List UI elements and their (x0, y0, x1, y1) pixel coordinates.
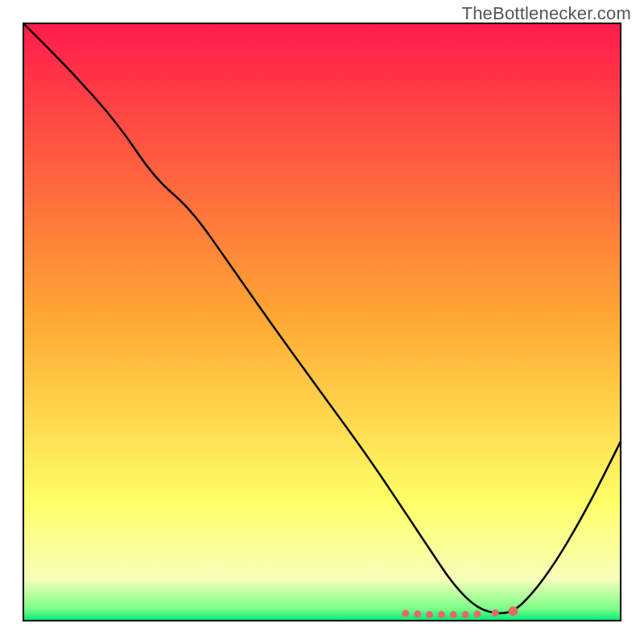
page-root: TheBottlenecker.com (0, 0, 644, 644)
chart-marker-dot (508, 606, 518, 616)
chart-marker-dot (414, 610, 421, 617)
chart-marker-dot (426, 611, 433, 618)
chart-marker-dot (402, 610, 409, 617)
chart-svg (23, 23, 621, 621)
chart-marker-dot (462, 611, 469, 618)
chart-marker-dot (438, 611, 445, 618)
chart-area (23, 23, 621, 621)
watermark-text: TheBottlenecker.com (462, 3, 631, 24)
chart-marker-dot (450, 611, 457, 618)
chart-background (23, 23, 621, 621)
chart-marker-dot (492, 609, 499, 617)
chart-marker-dot (473, 610, 481, 617)
